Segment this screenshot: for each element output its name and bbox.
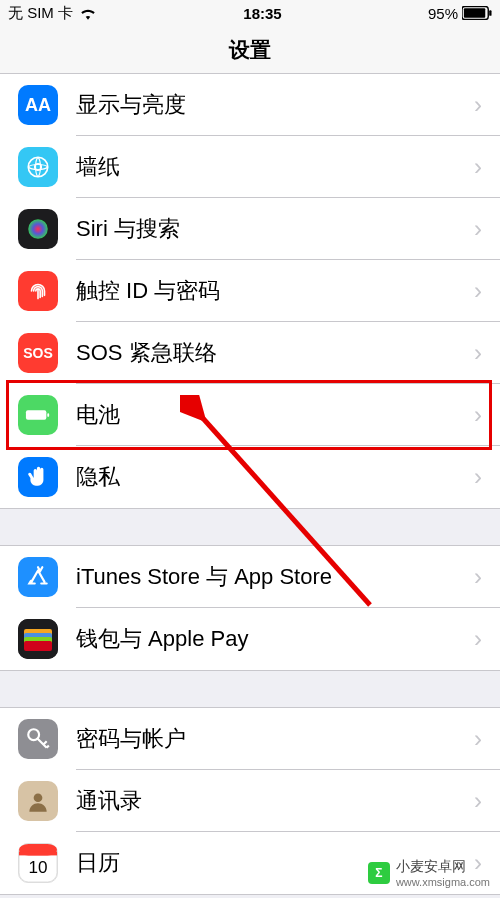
row-display[interactable]: AA显示与亮度› — [0, 74, 500, 136]
svg-rect-7 — [47, 413, 49, 417]
svg-rect-6 — [26, 410, 46, 419]
svg-point-14 — [34, 793, 43, 802]
watermark-logo-icon: Σ — [368, 862, 390, 884]
row-siri[interactable]: Siri 与搜索› — [0, 198, 500, 260]
row-label: 显示与亮度 — [76, 90, 474, 120]
row-privacy[interactable]: 隐私› — [0, 446, 500, 508]
fingerprint-icon — [18, 271, 58, 311]
row-label: 钱包与 Apple Pay — [76, 624, 474, 654]
wallet-icon — [18, 619, 58, 659]
row-label: 墙纸 — [76, 152, 474, 182]
row-itunes[interactable]: iTunes Store 与 App Store› — [0, 546, 500, 608]
siri-icon — [18, 209, 58, 249]
row-touchid[interactable]: 触控 ID 与密码› — [0, 260, 500, 322]
settings-group: iTunes Store 与 App Store›钱包与 Apple Pay› — [0, 545, 500, 671]
text-size-icon: AA — [18, 85, 58, 125]
chevron-right-icon: › — [474, 625, 482, 653]
row-contacts[interactable]: 通讯录› — [0, 770, 500, 832]
watermark: Σ 小麦安卓网 www.xmsigma.com — [368, 858, 490, 888]
chevron-right-icon: › — [474, 725, 482, 753]
appstore-icon — [18, 557, 58, 597]
key-icon — [18, 719, 58, 759]
chevron-right-icon: › — [474, 91, 482, 119]
svg-rect-12 — [24, 641, 52, 651]
row-label: 密码与帐户 — [76, 724, 474, 754]
row-accounts[interactable]: 密码与帐户› — [0, 708, 500, 770]
row-wallet[interactable]: 钱包与 Apple Pay› — [0, 608, 500, 670]
sos-icon: SOS — [18, 333, 58, 373]
battery-icon — [18, 395, 58, 435]
svg-point-5 — [28, 219, 48, 239]
page-title: 设置 — [229, 36, 271, 64]
row-battery[interactable]: 电池› — [0, 384, 500, 446]
chevron-right-icon: › — [474, 215, 482, 243]
battery-percent: 95% — [428, 5, 458, 22]
row-label: 电池 — [76, 400, 474, 430]
chevron-right-icon: › — [474, 153, 482, 181]
wifi-icon — [79, 6, 97, 20]
carrier-text: 无 SIM 卡 — [8, 4, 73, 23]
calendar-icon: 10 — [18, 843, 58, 883]
svg-rect-1 — [464, 8, 485, 17]
chevron-right-icon: › — [474, 563, 482, 591]
row-sos[interactable]: SOSSOS 紧急联络› — [0, 322, 500, 384]
status-bar: 无 SIM 卡 18:35 95% — [0, 0, 500, 26]
row-label: SOS 紧急联络 — [76, 338, 474, 368]
chevron-right-icon: › — [474, 277, 482, 305]
watermark-text: 小麦安卓网 — [396, 858, 490, 876]
row-label: iTunes Store 与 App Store — [76, 562, 474, 592]
wallpaper-icon — [18, 147, 58, 187]
battery-status-icon — [462, 6, 492, 20]
row-label: 通讯录 — [76, 786, 474, 816]
clock-text: 18:35 — [243, 5, 281, 22]
watermark-url: www.xmsigma.com — [396, 876, 490, 888]
chevron-right-icon: › — [474, 339, 482, 367]
chevron-right-icon: › — [474, 463, 482, 491]
hand-icon — [18, 457, 58, 497]
row-label: Siri 与搜索 — [76, 214, 474, 244]
svg-rect-17 — [19, 852, 57, 856]
svg-rect-2 — [489, 10, 491, 16]
svg-text:10: 10 — [28, 858, 47, 877]
row-label: 触控 ID 与密码 — [76, 276, 474, 306]
svg-point-3 — [28, 157, 48, 177]
nav-bar: 设置 — [0, 26, 500, 74]
contacts-icon — [18, 781, 58, 821]
chevron-right-icon: › — [474, 401, 482, 429]
settings-group: AA显示与亮度›墙纸›Siri 与搜索›触控 ID 与密码›SOSSOS 紧急联… — [0, 74, 500, 509]
chevron-right-icon: › — [474, 787, 482, 815]
row-label: 隐私 — [76, 462, 474, 492]
row-wallpaper[interactable]: 墙纸› — [0, 136, 500, 198]
